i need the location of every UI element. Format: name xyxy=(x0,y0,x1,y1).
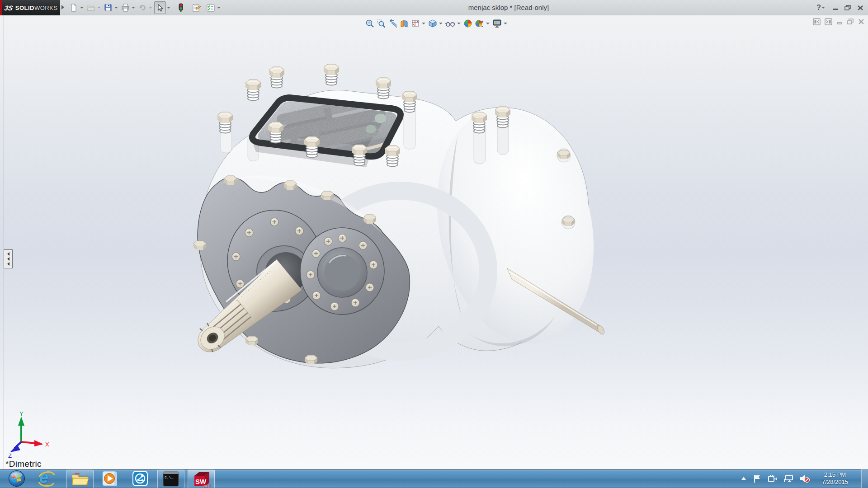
taskbar-item-network-app[interactable] xyxy=(127,469,153,488)
windows-start-icon xyxy=(8,470,25,487)
view-orientation-icon xyxy=(411,19,420,28)
apply-scene-button[interactable] xyxy=(474,18,485,29)
undo-button[interactable] xyxy=(137,2,148,14)
edit-appearance-ball-icon xyxy=(463,19,472,28)
collapse-arrow-icon xyxy=(7,252,9,256)
doc-close-icon[interactable] xyxy=(858,19,864,25)
print-icon xyxy=(121,4,130,12)
command-prompt-icon: C:\_ xyxy=(162,471,179,487)
system-tray: 2:15 PM 7/28/2015 xyxy=(741,469,868,488)
help-icon: ? xyxy=(816,4,821,12)
hide-show-items-caret[interactable] xyxy=(457,23,461,24)
new-document-button[interactable] xyxy=(68,2,79,14)
display-style-button[interactable] xyxy=(427,18,438,29)
volume-muted-icon[interactable] xyxy=(799,474,810,483)
show-hidden-icons-arrow[interactable] xyxy=(741,476,747,481)
zoom-fit-button[interactable] xyxy=(364,18,375,29)
solidworks-window: 3S SOLIDWORKS xyxy=(0,0,868,488)
pane-left-icon[interactable] xyxy=(813,18,821,25)
doc-restore-icon[interactable] xyxy=(847,19,854,25)
help-dropdown-caret[interactable] xyxy=(821,7,825,9)
svg-text:Z: Z xyxy=(8,452,12,459)
restore-button[interactable] xyxy=(844,5,851,11)
zoom-fit-icon xyxy=(365,19,374,28)
file-properties-icon xyxy=(192,4,201,12)
minimize-button[interactable] xyxy=(832,5,839,10)
rebuild-button[interactable] xyxy=(175,2,186,14)
previous-view-button[interactable] xyxy=(387,18,398,29)
undo-dropdown-caret[interactable] xyxy=(149,7,152,9)
taskbar-item-windows-explorer[interactable] xyxy=(66,469,94,488)
previous-view-icon xyxy=(388,19,397,28)
apply-scene-caret[interactable] xyxy=(486,23,490,24)
open-folder-icon xyxy=(87,4,95,12)
triad-y-axis: Y xyxy=(18,410,24,442)
menu-toolbar xyxy=(68,0,222,15)
collapse-arrow-icon xyxy=(7,257,9,261)
media-player-icon xyxy=(101,470,118,487)
new-document-icon xyxy=(70,4,78,12)
pane-right-icon[interactable] xyxy=(825,18,832,25)
gearbox-3d-model[interactable] xyxy=(0,15,868,469)
view-settings-monitor-icon xyxy=(492,19,502,28)
select-cursor-icon xyxy=(156,4,164,12)
open-dropdown-caret[interactable] xyxy=(97,7,101,9)
open-button[interactable] xyxy=(85,2,96,14)
action-center-flag-icon[interactable] xyxy=(753,474,762,483)
hide-show-items-button[interactable] xyxy=(444,18,456,29)
feature-manager-collapsed-tab[interactable] xyxy=(4,249,13,268)
heads-up-view-toolbar xyxy=(364,18,509,29)
print-button[interactable] xyxy=(120,2,131,14)
select-tool-button[interactable] xyxy=(154,1,166,14)
view-orientation-label: *Dimetric xyxy=(5,459,42,469)
zoom-area-button[interactable] xyxy=(376,18,387,29)
section-view-button[interactable] xyxy=(399,18,410,29)
collapse-arrow-icon xyxy=(7,262,9,266)
save-icon xyxy=(104,4,112,12)
solidworks-cube-icon: SW 2015 xyxy=(191,470,211,488)
triad-z-axis: Z xyxy=(8,442,21,459)
view-orientation-button[interactable] xyxy=(410,18,421,29)
doc-minimize-icon[interactable] xyxy=(836,19,843,25)
close-button[interactable] xyxy=(857,5,863,11)
view-settings-caret[interactable] xyxy=(504,23,507,24)
svg-text:C:\_: C:\_ xyxy=(165,475,173,479)
solidworks-logo[interactable]: 3S SOLIDWORKS xyxy=(2,0,60,15)
view-settings-button[interactable] xyxy=(491,18,503,29)
edit-appearance-button[interactable] xyxy=(462,18,473,29)
reference-triad[interactable]: Y X Z xyxy=(6,410,56,459)
tray-date: 7/28/2015 xyxy=(816,479,854,486)
svg-text:Y: Y xyxy=(19,410,24,417)
start-button[interactable] xyxy=(4,469,30,488)
taskbar-item-solidworks[interactable]: SW 2015 xyxy=(188,469,215,488)
save-button[interactable] xyxy=(103,2,113,14)
logo-prefix: 3S xyxy=(4,4,14,12)
show-desktop-button[interactable] xyxy=(861,469,868,488)
help-button[interactable]: ? xyxy=(816,4,826,12)
window-controls: ? xyxy=(816,0,863,15)
menu-expand-arrow-icon[interactable] xyxy=(61,5,64,9)
tray-clock[interactable]: 2:15 PM 7/28/2015 xyxy=(816,471,854,486)
tray-time: 2:15 PM xyxy=(816,471,854,479)
select-dropdown-caret[interactable] xyxy=(167,7,170,9)
network-display-icon[interactable] xyxy=(783,474,793,483)
display-style-caret[interactable] xyxy=(439,23,443,24)
save-dropdown-caret[interactable] xyxy=(114,7,118,9)
power-plug-icon[interactable] xyxy=(768,474,778,483)
share-network-icon xyxy=(132,470,149,487)
view-orientation-caret[interactable] xyxy=(422,23,425,24)
traffic-light-icon xyxy=(178,3,184,12)
output-bearing-cover[interactable] xyxy=(300,228,384,314)
flange-bolt[interactable] xyxy=(224,176,237,185)
logo-text: SOLIDWORKS xyxy=(15,5,58,11)
taskbar-item-internet-explorer[interactable]: e xyxy=(33,469,60,488)
svg-text:X: X xyxy=(45,441,49,448)
triad-x-axis: X xyxy=(21,440,49,448)
taskbar-item-command-prompt[interactable]: C:\_ xyxy=(157,469,184,488)
taskbar-item-media-player[interactable] xyxy=(97,469,123,488)
new-dropdown-caret[interactable] xyxy=(80,7,84,9)
print-dropdown-caret[interactable] xyxy=(132,7,135,9)
file-properties-button[interactable] xyxy=(191,2,202,14)
undo-icon xyxy=(138,4,146,12)
section-view-icon xyxy=(400,19,409,28)
